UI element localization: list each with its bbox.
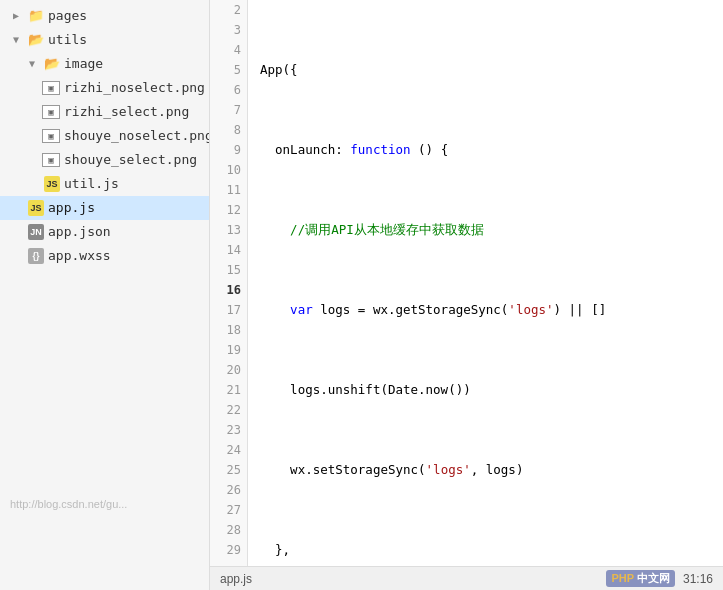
sidebar-item-label: shouye_noselect.png — [64, 126, 210, 146]
sidebar-item-app-wxss[interactable]: {} app.wxss — [0, 244, 209, 268]
json-file-icon: JN — [28, 224, 44, 240]
code-line-7: wx.setStorageSync('logs', logs) — [256, 460, 723, 480]
sidebar-item-label: util.js — [64, 174, 119, 194]
code-content[interactable]: App({ onLaunch: function () { //调用API从本地… — [248, 0, 723, 566]
sidebar-item-app-json[interactable]: JN app.json — [0, 220, 209, 244]
sidebar-item-label: app.json — [48, 222, 111, 242]
chevron-down-icon: ▼ — [24, 56, 40, 72]
sidebar-item-label: rizhi_select.png — [64, 102, 189, 122]
sidebar-item-label: app.wxss — [48, 246, 111, 266]
sidebar-item-label: app.js — [48, 198, 95, 218]
code-line-4: //调用API从本地缓存中获取数据 — [256, 220, 723, 240]
image-file-icon: ▣ — [42, 129, 60, 143]
filename-label: app.js — [220, 572, 252, 586]
sidebar-item-label: rizhi_noselect.png — [64, 78, 205, 98]
code-line-5: var logs = wx.getStorageSync('logs') || … — [256, 300, 723, 320]
file-tree: ▶ 📁 pages ▼ 📂 utils ▼ 📂 image ▣ rizhi_no… — [0, 0, 210, 590]
chevron-right-icon: ▶ — [8, 8, 24, 24]
code-line-2: App({ — [256, 60, 723, 80]
cursor-position: 31:16 — [683, 572, 713, 586]
sidebar-item-shouye-select[interactable]: ▣ shouye_select.png — [0, 148, 209, 172]
code-line-3: onLaunch: function () { — [256, 140, 723, 160]
code-line-6: logs.unshift(Date.now()) — [256, 380, 723, 400]
sidebar-item-pages[interactable]: ▶ 📁 pages — [0, 4, 209, 28]
sidebar-item-utils[interactable]: ▼ 📂 utils — [0, 28, 209, 52]
sidebar-item-shouye-noselect[interactable]: ▣ shouye_noselect.png — [0, 124, 209, 148]
line-numbers: 2 3 4 5 6 7 8 9 10 11 12 13 14 15 16 17 … — [210, 0, 248, 566]
sidebar-item-label: image — [64, 54, 103, 74]
sidebar-item-label: utils — [48, 30, 87, 50]
image-file-icon: ▣ — [42, 105, 60, 119]
folder-open-icon: 📂 — [44, 56, 60, 72]
sidebar-item-rizhi-noselect[interactable]: ▣ rizhi_noselect.png — [0, 76, 209, 100]
wxss-file-icon: {} — [28, 248, 44, 264]
chevron-down-icon: ▼ — [8, 32, 24, 48]
sidebar-item-label: pages — [48, 6, 87, 26]
sidebar-item-util-js[interactable]: JS util.js — [0, 172, 209, 196]
sidebar-item-image[interactable]: ▼ 📂 image — [0, 52, 209, 76]
folder-open-icon: 📂 — [28, 32, 44, 48]
sidebar-item-label: shouye_select.png — [64, 150, 197, 170]
image-file-icon: ▣ — [42, 153, 60, 167]
folder-icon: 📁 — [28, 8, 44, 24]
code-line-8: }, — [256, 540, 723, 560]
php-badge: PHP 中文网 — [606, 570, 674, 587]
js-file-icon: JS — [28, 200, 44, 216]
watermark: http://blog.csdn.net/gu... — [10, 498, 127, 510]
image-file-icon: ▣ — [42, 81, 60, 95]
sidebar-item-app-js[interactable]: JS app.js — [0, 196, 209, 220]
code-area[interactable]: 2 3 4 5 6 7 8 9 10 11 12 13 14 15 16 17 … — [210, 0, 723, 566]
js-file-icon: JS — [44, 176, 60, 192]
code-editor: 2 3 4 5 6 7 8 9 10 11 12 13 14 15 16 17 … — [210, 0, 723, 590]
status-bar: app.js PHP 中文网 31:16 — [210, 566, 723, 590]
sidebar-item-rizhi-select[interactable]: ▣ rizhi_select.png — [0, 100, 209, 124]
